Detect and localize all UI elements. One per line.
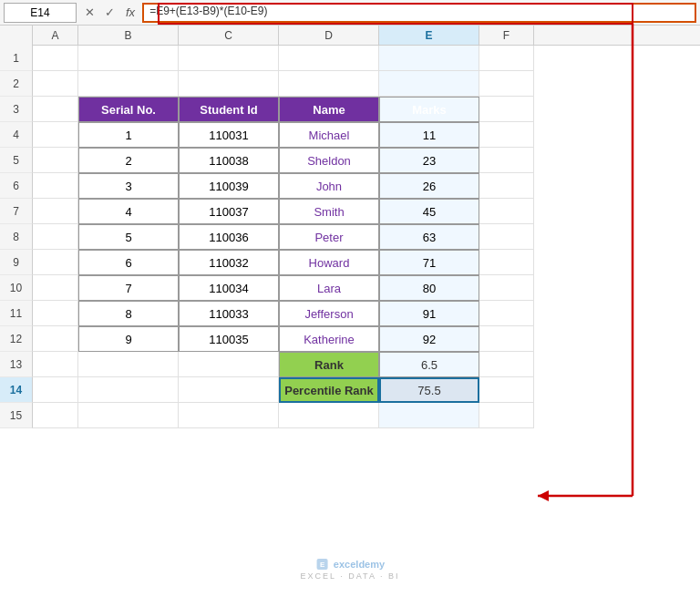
cell-d12[interactable]: Katherine — [279, 326, 379, 352]
cell-c8[interactable]: 110036 — [179, 224, 279, 250]
cell-b5[interactable]: 2 — [78, 148, 179, 173]
cell-b11[interactable]: 8 — [78, 301, 179, 326]
cell-a11[interactable] — [33, 301, 78, 326]
cell-c6[interactable]: 110039 — [179, 173, 279, 199]
cell-e12[interactable]: 92 — [379, 326, 479, 352]
cell-d8[interactable]: Peter — [279, 224, 379, 250]
cell-f12[interactable] — [479, 326, 534, 352]
cell-a9[interactable] — [33, 250, 78, 275]
cell-b9[interactable]: 6 — [78, 250, 179, 275]
formula-input[interactable]: =E9+(E13-B9)*(E10-E9) — [142, 3, 696, 23]
cell-f2[interactable] — [479, 71, 534, 97]
cell-reference-box[interactable]: E14 — [4, 3, 77, 23]
cell-e4[interactable]: 11 — [379, 122, 479, 148]
cell-f11[interactable] — [479, 301, 534, 326]
cell-b14[interactable] — [78, 377, 179, 403]
cell-f14[interactable] — [479, 377, 534, 403]
cell-d11[interactable]: Jefferson — [279, 301, 379, 326]
cell-f8[interactable] — [479, 224, 534, 250]
cell-d3-header[interactable]: Name — [279, 97, 379, 122]
confirm-formula-button[interactable]: ✓ — [100, 4, 118, 22]
cell-b13[interactable] — [78, 352, 179, 377]
cell-c14[interactable] — [179, 377, 279, 403]
cell-c15[interactable] — [179, 403, 279, 428]
cell-a7[interactable] — [33, 199, 78, 224]
cell-d5[interactable]: Sheldon — [279, 148, 379, 173]
cell-b8[interactable]: 5 — [78, 224, 179, 250]
cell-a14[interactable] — [33, 377, 78, 403]
cell-f6[interactable] — [479, 173, 534, 199]
col-header-d[interactable]: D — [279, 26, 379, 45]
cell-f5[interactable] — [479, 148, 534, 173]
cell-e14-percentile-value[interactable]: 75.5 — [379, 377, 479, 403]
cell-b3-header[interactable]: Serial No. — [78, 97, 179, 122]
cell-c2[interactable] — [179, 71, 279, 97]
cell-e8[interactable]: 63 — [379, 224, 479, 250]
cell-d2[interactable] — [279, 71, 379, 97]
cell-c7[interactable]: 110037 — [179, 199, 279, 224]
cell-a1[interactable] — [33, 46, 78, 71]
cell-e1[interactable] — [379, 46, 479, 71]
cell-f7[interactable] — [479, 199, 534, 224]
cancel-formula-button[interactable]: ✕ — [80, 4, 98, 22]
cell-d1[interactable] — [279, 46, 379, 71]
cell-a2[interactable] — [33, 71, 78, 97]
cell-d4[interactable]: Michael — [279, 122, 379, 148]
cell-a6[interactable] — [33, 173, 78, 199]
cell-f9[interactable] — [479, 250, 534, 275]
cell-c4[interactable]: 110031 — [179, 122, 279, 148]
cell-a10[interactable] — [33, 275, 78, 301]
cell-d9[interactable]: Howard — [279, 250, 379, 275]
cell-b6[interactable]: 3 — [78, 173, 179, 199]
cell-a15[interactable] — [33, 403, 78, 428]
cell-f4[interactable] — [479, 122, 534, 148]
col-header-a[interactable]: A — [33, 26, 78, 45]
cell-b4[interactable]: 1 — [78, 122, 179, 148]
cell-f15[interactable] — [479, 403, 534, 428]
col-header-f[interactable]: F — [479, 26, 534, 45]
cell-f3[interactable] — [479, 97, 534, 122]
cell-d13-rank-label[interactable]: Rank — [279, 352, 379, 377]
cell-d15[interactable] — [279, 403, 379, 428]
cell-d6[interactable]: John — [279, 173, 379, 199]
cell-c10[interactable]: 110034 — [179, 275, 279, 301]
cell-a5[interactable] — [33, 148, 78, 173]
cell-b15[interactable] — [78, 403, 179, 428]
cell-c12[interactable]: 110035 — [179, 326, 279, 352]
cell-d14-percentile-label[interactable]: Percentile Rank — [279, 377, 379, 403]
cell-f10[interactable] — [479, 275, 534, 301]
cell-d10[interactable]: Lara — [279, 275, 379, 301]
cell-a13[interactable] — [33, 352, 78, 377]
cell-c1[interactable] — [179, 46, 279, 71]
cell-e13-rank-value[interactable]: 6.5 — [379, 352, 479, 377]
cell-c3-header[interactable]: Student Id — [179, 97, 279, 122]
cell-e15[interactable] — [379, 403, 479, 428]
cell-b7[interactable]: 4 — [78, 199, 179, 224]
cell-e9[interactable]: 71 — [379, 250, 479, 275]
cell-c11[interactable]: 110033 — [179, 301, 279, 326]
cell-c9[interactable]: 110032 — [179, 250, 279, 275]
cell-b2[interactable] — [78, 71, 179, 97]
cell-b12[interactable]: 9 — [78, 326, 179, 352]
cell-e11[interactable]: 91 — [379, 301, 479, 326]
cell-c13[interactable] — [179, 352, 279, 377]
col-header-c[interactable]: C — [179, 26, 279, 45]
cell-f1[interactable] — [479, 46, 534, 71]
cell-e2[interactable] — [379, 71, 479, 97]
cell-a4[interactable] — [33, 122, 78, 148]
cell-f13[interactable] — [479, 352, 534, 377]
cell-a3[interactable] — [33, 97, 78, 122]
cell-a12[interactable] — [33, 326, 78, 352]
col-header-b[interactable]: B — [78, 26, 179, 45]
cell-e3-header[interactable]: Marks — [379, 97, 479, 122]
cell-b10[interactable]: 7 — [78, 275, 179, 301]
cell-e7[interactable]: 45 — [379, 199, 479, 224]
cell-b1[interactable] — [78, 46, 179, 71]
cell-e5[interactable]: 23 — [379, 148, 479, 173]
cell-d7[interactable]: Smith — [279, 199, 379, 224]
cell-e10[interactable]: 80 — [379, 275, 479, 301]
cell-e6[interactable]: 26 — [379, 173, 479, 199]
cell-c5[interactable]: 110038 — [179, 148, 279, 173]
cell-a8[interactable] — [33, 224, 78, 250]
col-header-e[interactable]: E — [379, 26, 479, 45]
